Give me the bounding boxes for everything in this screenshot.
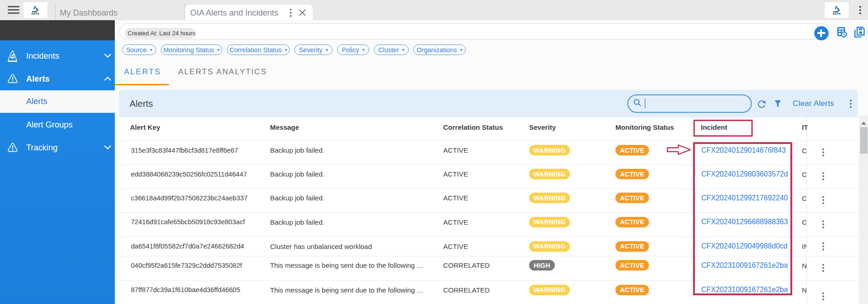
svg-text:AOTS: AOTS (31, 12, 39, 15)
svg-text:AOTS: AOTS (833, 12, 840, 15)
